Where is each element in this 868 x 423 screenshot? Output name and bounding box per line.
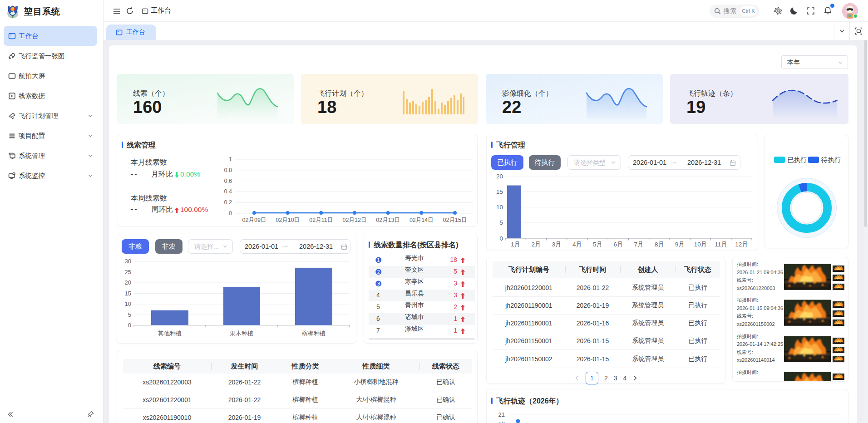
svg-text:8月: 8月: [655, 241, 664, 247]
svg-text:9月: 9月: [675, 241, 685, 247]
svg-text:4月: 4月: [572, 241, 582, 247]
svg-text:5: 5: [499, 219, 503, 226]
svg-text:11月: 11月: [715, 241, 727, 247]
svg-text:10: 10: [496, 204, 503, 211]
svg-text:20: 20: [496, 174, 503, 180]
svg-text:0: 0: [499, 235, 503, 242]
svg-text:02月13日: 02月13日: [376, 217, 400, 223]
svg-text:15: 15: [125, 290, 131, 297]
svg-text:0: 0: [128, 322, 131, 329]
svg-text:02月10日: 02月10日: [276, 217, 300, 223]
svg-text:1月: 1月: [511, 241, 520, 247]
svg-text:02月11日: 02月11日: [309, 217, 333, 223]
svg-text:0: 0: [229, 210, 232, 216]
svg-text:5: 5: [128, 311, 131, 318]
svg-text:3月: 3月: [552, 241, 562, 247]
svg-text:10: 10: [125, 300, 131, 307]
svg-text:10月: 10月: [694, 241, 707, 247]
svg-text:7月: 7月: [634, 241, 644, 247]
svg-text:果木种植: 果木种植: [230, 330, 253, 337]
svg-text:25: 25: [125, 269, 131, 275]
svg-text:18: 18: [498, 420, 505, 423]
svg-text:02月14日: 02月14日: [409, 217, 434, 223]
svg-text:20: 20: [125, 279, 131, 286]
svg-text:1: 1: [229, 156, 232, 162]
svg-text:0.6: 0.6: [224, 178, 232, 184]
svg-text:6月: 6月: [613, 241, 623, 247]
svg-text:2月: 2月: [531, 241, 541, 247]
svg-text:21: 21: [498, 411, 505, 418]
svg-text:槟榔种植: 槟榔种植: [302, 330, 326, 337]
svg-text:15: 15: [496, 188, 503, 195]
svg-text:12月: 12月: [735, 241, 748, 247]
svg-text:其他种植: 其他种植: [158, 330, 182, 337]
svg-text:0.8: 0.8: [224, 167, 232, 173]
svg-text:30: 30: [125, 259, 131, 265]
svg-text:02月15日: 02月15日: [443, 217, 467, 223]
svg-text:0.4: 0.4: [224, 188, 232, 195]
svg-text:02月12日: 02月12日: [343, 217, 367, 223]
svg-text:0.2: 0.2: [224, 199, 232, 206]
svg-text:5月: 5月: [593, 241, 602, 247]
svg-text:02月09日: 02月09日: [242, 217, 266, 223]
